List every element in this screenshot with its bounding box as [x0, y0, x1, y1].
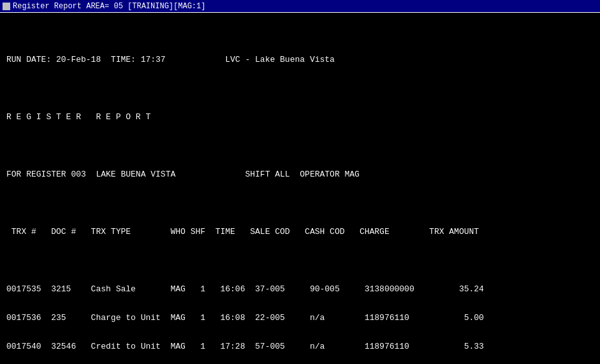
- table-header: TRX # DOC # TRX TYPE WHO SHF TIME SALE C…: [6, 227, 594, 237]
- title-bar-icon: [3, 3, 10, 10]
- blank1: [6, 84, 594, 93]
- table-row-1: 0017535 3215 Cash Sale MAG 1 16:06 37-00…: [6, 284, 594, 294]
- blank4: [6, 256, 594, 265]
- title-bar-label: Register Report AREA= 05 [TRAINING][MAG:…: [13, 2, 205, 11]
- table-row-2: 0017536 235 Charge to Unit MAG 1 16:08 2…: [6, 313, 594, 323]
- run-date-line1: RUN DATE: 20-Feb-18 TIME: 17:37 LVC - La…: [6, 55, 594, 64]
- for-register-line: FOR REGISTER 003 LAKE BUENA VISTA SHIFT …: [6, 170, 594, 179]
- table-row-3: 0017540 32546 Credit to Unit MAG 1 17:28…: [6, 342, 594, 351]
- section1: RUN DATE: 20-Feb-18 TIME: 17:37 LVC - La…: [6, 36, 594, 364]
- report-container: RUN DATE: 20-Feb-18 TIME: 17:37 LVC - La…: [0, 13, 600, 364]
- title-bar: Register Report AREA= 05 [TRAINING][MAG:…: [0, 0, 600, 13]
- blank2: [6, 141, 594, 150]
- report-title: R E G I S T E R R E P O R T: [6, 112, 594, 122]
- blank3: [6, 198, 594, 208]
